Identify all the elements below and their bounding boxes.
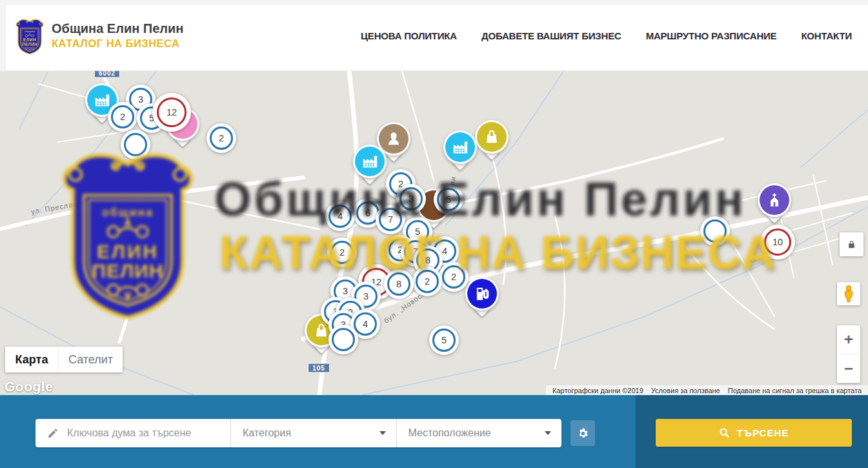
map-canvas[interactable]: ул. Преславбул. „Новоселции 6002105	[0, 71, 868, 395]
chevron-down-icon	[379, 431, 386, 435]
map-type-satellite-button[interactable]: Сателит	[58, 347, 123, 372]
advanced-settings-button[interactable]	[570, 420, 595, 446]
cluster-marker[interactable]: 2	[207, 123, 236, 153]
svg-text:ЕЛИН: ЕЛИН	[23, 37, 36, 42]
keyword-field	[35, 419, 230, 447]
search-bar-right-panel: ТЪРСЕНЕ	[636, 395, 868, 468]
chevron-down-icon	[545, 431, 551, 435]
cluster-marker[interactable]: 8	[384, 269, 414, 299]
main-nav: ЦЕНОВА ПОЛИТИКАДОБАВЕТЕ ВАШИЯТ БИЗНЕСМАР…	[361, 0, 852, 71]
site-title: Община Елин Пелин	[52, 21, 183, 37]
map-type-control: Карта Сателит	[5, 347, 123, 372]
cluster-marker[interactable]: 12	[152, 93, 191, 132]
route-badge: 6002	[94, 71, 120, 78]
keyword-input[interactable]	[67, 427, 230, 439]
svg-text:ПЕЛИН: ПЕЛИН	[22, 42, 37, 46]
cluster-marker[interactable]: 2	[327, 238, 357, 267]
map-attribution: Картографски данни ©2019 Условия за полз…	[546, 385, 868, 395]
zoom-in-button[interactable]: +	[837, 325, 860, 354]
search-input-group: Категория Местоположение	[35, 419, 561, 447]
report-error-link[interactable]: Подаване на сигнал за грешка в картата	[724, 387, 865, 394]
municipality-crest-icon: община ЕЛИН ПЕЛИН	[14, 15, 45, 56]
lock-button[interactable]	[840, 232, 863, 256]
cluster-marker[interactable]: 2	[108, 102, 137, 132]
factory-pin[interactable]	[353, 145, 387, 190]
nav-link[interactable]: ДОБАВЕТЕ ВАШИЯТ БИЗНЕС	[481, 30, 621, 41]
route-badge: 105	[308, 363, 330, 373]
search-bar: ТЪРСЕНЕ Категория Местоположение	[0, 395, 868, 468]
map-type-map-button[interactable]: Карта	[5, 347, 58, 372]
cluster-marker[interactable]: 2	[412, 267, 442, 296]
nav-link[interactable]: МАРШРУТНО РАЗПИСАНИЕ	[646, 30, 777, 41]
bag-pin[interactable]	[475, 120, 509, 165]
cluster-marker[interactable]	[700, 216, 730, 246]
gear-icon	[577, 427, 589, 440]
nav-link[interactable]: КОНТАКТИ	[801, 30, 852, 41]
cluster-marker[interactable]: 2	[439, 262, 469, 292]
pegman-icon	[842, 285, 855, 303]
cluster-marker[interactable]	[328, 325, 358, 354]
lock-icon	[847, 239, 856, 249]
factory-pin[interactable]	[443, 130, 477, 176]
cluster-marker[interactable]: 7	[376, 205, 405, 234]
site-logo[interactable]: община ЕЛИН ПЕЛИН Община Елин Пелин КАТА…	[14, 15, 183, 56]
attribution-copyright: Картографски данни ©2019	[549, 387, 647, 394]
pencil-icon	[47, 427, 59, 439]
zoom-control: + −	[837, 325, 860, 383]
google-logo[interactable]: Google	[5, 379, 53, 394]
zoom-out-button[interactable]: −	[837, 354, 860, 383]
terms-link[interactable]: Условия за ползване	[647, 387, 724, 394]
fuel-pin[interactable]	[465, 277, 499, 322]
church-pin[interactable]	[758, 183, 791, 229]
site-subtitle: КАТАЛОГ НА БИЗНЕСА	[52, 37, 183, 50]
nav-link[interactable]: ЦЕНОВА ПОЛИТИКА	[361, 30, 457, 41]
pegman-button[interactable]	[837, 282, 860, 305]
search-icon	[719, 427, 730, 438]
search-button[interactable]: ТЪРСЕНЕ	[656, 419, 852, 447]
cluster-marker[interactable]: 4	[325, 201, 355, 231]
cluster-marker[interactable]: 5	[429, 325, 459, 355]
cluster-marker[interactable]	[121, 130, 150, 159]
cluster-marker[interactable]: 10	[760, 225, 795, 259]
category-select[interactable]: Категория	[231, 419, 396, 447]
svg-text:община: община	[24, 30, 35, 33]
site-header: община ЕЛИН ПЕЛИН Община Елин Пелин КАТА…	[0, 0, 868, 71]
location-select[interactable]: Местоположение	[397, 419, 562, 447]
cluster-marker[interactable]: 5	[434, 185, 463, 214]
page-margin	[0, 0, 6, 71]
